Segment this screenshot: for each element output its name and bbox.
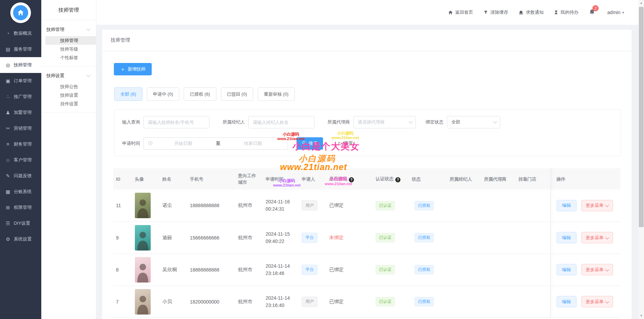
submenu-group-0[interactable]: 技师管理	[41, 23, 96, 36]
auth-status-tag: 已认证	[376, 233, 395, 242]
sidebar-item-13[interactable]: ☰DIY设置	[0, 215, 41, 231]
more-menu-button[interactable]: 更多菜单	[581, 200, 613, 211]
sidebar-item-6[interactable]: ♟加盟管理	[0, 105, 41, 120]
auth-status-tag: 已认证	[376, 201, 395, 210]
more-menu-button[interactable]: 更多菜单	[581, 296, 613, 307]
tab-4[interactable]: 重新审核 (0)	[258, 87, 295, 101]
status-tag: 已授权	[415, 201, 434, 210]
agency-select[interactable]: 请选择代理商	[353, 116, 416, 128]
vertical-scrollbar[interactable]: ▲ ▼	[638, 0, 644, 319]
scroll-up-arrow[interactable]: ▲	[638, 0, 644, 6]
sidebar-item-1[interactable]: ◔数据概况	[0, 25, 41, 41]
apply-time: 00:24:31	[266, 205, 296, 213]
clear-cache-link[interactable]: 清除缓存	[483, 9, 508, 15]
user-menu[interactable]: admin ▾	[607, 10, 624, 15]
sidebar-item-14[interactable]: ⚙系统设置	[0, 231, 41, 247]
app-logo[interactable]	[10, 2, 31, 23]
sidebar-item-5[interactable]: ∴推广管理	[0, 89, 41, 105]
column-label: 状态	[412, 177, 421, 182]
back-home-link[interactable]: 返回首页	[448, 9, 473, 15]
my-todo-link[interactable]: 我的待办	[554, 9, 578, 15]
submenu-item-0-1[interactable]: 技师等级	[45, 45, 96, 53]
edit-button[interactable]: 编辑	[557, 200, 577, 211]
submenu-item-0-0[interactable]: 技师管理	[45, 36, 96, 45]
submenu-group-1[interactable]: 技师设置	[41, 69, 96, 82]
bind-status-select[interactable]: 全部	[447, 116, 500, 128]
help-icon[interactable]: ?	[395, 177, 400, 182]
bind-status-text: 未绑定	[329, 235, 344, 240]
cell-id: 8	[113, 254, 132, 286]
cell-id: 9	[113, 222, 132, 254]
more-menu-button[interactable]: 更多菜单	[581, 264, 613, 275]
cell-actions: 编辑更多菜单	[550, 254, 620, 286]
tab-3[interactable]: 已驳回 (0)	[221, 87, 254, 101]
cell-agent	[447, 254, 481, 286]
sidebar-item-2[interactable]: ▤服务管理	[0, 41, 41, 57]
submenu-item-1-2[interactable]: 挂件设置	[45, 99, 96, 108]
submenu-item-0-2[interactable]: 个性标签	[45, 53, 96, 62]
agency-label: 所属代理商	[328, 119, 350, 125]
sidebar-item-10[interactable]: ✎问题反馈	[0, 168, 41, 184]
tab-2[interactable]: 已授权 (6)	[184, 87, 216, 101]
cell-phone: 18200000000	[187, 286, 235, 318]
cell-city: 杭州市	[235, 190, 263, 222]
submenu-item-1-0[interactable]: 技师公告	[45, 82, 96, 91]
applicant-badge: 平台	[302, 233, 318, 243]
sos-notice-link[interactable]: 求救通知	[518, 9, 544, 15]
apply-time: 23:18:46	[266, 270, 296, 277]
breadcrumb: 技师管理	[102, 30, 632, 51]
reset-button[interactable]: ↻ 重置	[333, 137, 358, 150]
chevron-down-icon	[86, 27, 90, 31]
cell-actions: 编辑更多菜单	[550, 190, 620, 222]
sidebar-item-label: 推广管理	[14, 94, 32, 100]
more-menu-button[interactable]: 更多菜单	[581, 232, 613, 243]
cell-city: 杭州市	[235, 254, 263, 286]
cell-phone: 18888888888	[187, 190, 235, 222]
help-icon[interactable]: ?	[349, 177, 354, 182]
sidebar-item-11[interactable]: ▦分账系统	[0, 184, 41, 200]
edit-button[interactable]: 编辑	[557, 264, 577, 275]
content-area: 技师管理 ＋ 新增技师 全部 (6)申请中 (0)已授权 (6)已驳回 (0)重…	[96, 25, 638, 319]
auth-status-tag: 已认证	[376, 297, 395, 306]
notification-bell[interactable]: 2	[589, 9, 595, 17]
sidebar-item-label: 技师管理	[14, 62, 32, 68]
submenu-groups: 技师管理技师管理技师等级个性标签技师设置技师公告技师设置挂件设置	[41, 23, 96, 113]
sidebar-item-label: 客户管理	[14, 157, 32, 163]
sidebar-item-7[interactable]: ✂营销管理	[0, 120, 41, 136]
tab-1[interactable]: 申请中 (0)	[147, 87, 180, 101]
edit-button[interactable]: 编辑	[557, 232, 577, 243]
sidebar-item-4[interactable]: ▣订单管理	[0, 73, 41, 89]
cell-name: 小贝	[160, 286, 187, 318]
agent-label: 所属经纪人	[223, 119, 245, 125]
query-input[interactable]	[143, 116, 210, 128]
customer-icon: ☺	[5, 157, 11, 163]
cell-name: 吴欣桐	[160, 254, 187, 286]
cell-avatar	[132, 190, 160, 222]
sidebar-item-8[interactable]: ¤财务管理	[0, 136, 41, 152]
sidebar-item-9[interactable]: ☺客户管理	[0, 152, 41, 168]
cell-applicant: 用户	[299, 286, 326, 318]
status-tabs: 全部 (6)申请中 (0)已授权 (6)已驳回 (0)重新审核 (0)	[114, 87, 295, 101]
sidebar-item-label: 服务管理	[14, 46, 32, 52]
scrollbar-thumb[interactable]	[639, 7, 644, 227]
notification-badge: 2	[592, 5, 599, 11]
scroll-down-arrow[interactable]: ▼	[638, 313, 644, 319]
applicant-badge: 平台	[302, 265, 318, 275]
apply-time-range-picker[interactable]: 开始日期 至 结束日期	[143, 137, 288, 150]
column-label: 是否绑定	[329, 176, 347, 181]
avatar	[135, 289, 151, 315]
bind-status-text: 已绑定	[329, 202, 344, 208]
sidebar-item-label: 系统设置	[14, 236, 32, 242]
status-tag: 已授权	[415, 233, 434, 242]
agent-input[interactable]	[248, 116, 314, 128]
tab-0[interactable]: 全部 (6)	[114, 87, 142, 101]
column-header-3: 手机号	[187, 168, 235, 190]
sidebar-item-12[interactable]: ⊞权限管理	[0, 200, 41, 215]
column-label: 申请人	[302, 177, 315, 182]
submenu-item-1-1[interactable]: 技师设置	[45, 91, 96, 99]
sidebar-item-3[interactable]: ◎技师管理	[0, 57, 41, 73]
edit-button[interactable]: 编辑	[557, 296, 577, 307]
cell-bind-status: 已绑定	[326, 190, 373, 222]
search-button[interactable]: 搜索	[297, 137, 323, 150]
add-technician-button[interactable]: ＋ 新增技师	[114, 63, 152, 75]
